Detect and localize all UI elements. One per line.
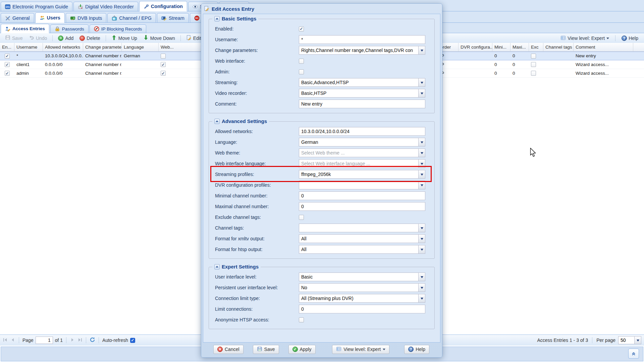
chevron-down-icon[interactable] (418, 245, 425, 254)
tab-general[interactable]: General (1, 13, 34, 22)
per-page-value[interactable] (618, 336, 634, 344)
add-button[interactable]: + Add (56, 35, 76, 42)
checkbox-checked[interactable] (161, 71, 166, 76)
dialog-titlebar[interactable]: Edit Access Entry (201, 4, 442, 14)
chevron-down-icon[interactable] (418, 273, 425, 281)
video-recorder-combo[interactable] (299, 89, 418, 98)
dialog-help-button[interactable]: ? Help (404, 345, 429, 354)
enabled-checkbox[interactable] (299, 26, 304, 32)
table-row[interactable]: SP 0 0 Wizard access... (436, 60, 633, 69)
column-header-channel-tags[interactable]: Channel tags (543, 43, 574, 51)
htsp-format-combo[interactable] (299, 245, 418, 254)
tab-dvb-inputs[interactable]: DVB Inputs (66, 13, 106, 22)
tab-configuration[interactable]: Configuration (139, 1, 187, 11)
exclude-channel-tags-checkbox[interactable] (299, 215, 304, 220)
chevron-down-icon[interactable] (418, 159, 425, 168)
web-interface-checkbox[interactable] (299, 59, 304, 64)
column-header-username[interactable]: Username (14, 43, 43, 51)
tab-stream[interactable]: Stream (157, 13, 189, 22)
xmltv-format-combo[interactable] (299, 234, 418, 243)
collapse-section-icon[interactable] (214, 16, 220, 21)
checkbox-checked[interactable] (161, 62, 166, 67)
web-interface-language-combo[interactable] (299, 159, 418, 168)
checkbox-unchecked[interactable] (531, 62, 536, 67)
table-row[interactable]: SP 0 0 New entry (436, 52, 633, 60)
chevron-down-icon[interactable] (418, 234, 425, 243)
persistent-ui-level-combo[interactable] (299, 283, 418, 292)
auto-refresh-checkbox[interactable] (130, 338, 135, 343)
first-page-icon[interactable] (3, 337, 8, 344)
streaming-profiles-combo[interactable] (299, 170, 418, 179)
last-page-icon[interactable] (77, 337, 83, 344)
checkbox-checked[interactable] (5, 54, 10, 59)
column-header-max[interactable]: Maxi... (511, 43, 529, 51)
dialog-view-level-button[interactable]: View level: Expert (332, 345, 389, 354)
page-input[interactable] (36, 337, 53, 344)
username-field[interactable] (299, 35, 425, 44)
cancel-button[interactable]: ✕ Cancel (213, 345, 244, 354)
column-header-dvr-config[interactable]: DVR configura... (459, 43, 492, 51)
column-header-enabled[interactable]: En... (0, 43, 14, 51)
collapse-panel-button[interactable] (628, 349, 639, 359)
checkbox-checked[interactable] (5, 71, 10, 76)
undo-button[interactable]: Undo (26, 34, 49, 42)
max-channel-field[interactable] (299, 202, 425, 211)
move-down-button[interactable]: Move Down (141, 34, 177, 42)
move-up-button[interactable]: Move Up (109, 34, 140, 42)
chevron-down-icon[interactable] (418, 283, 425, 292)
conn-limit-type-combo[interactable] (299, 294, 418, 303)
checkbox-unchecked[interactable] (161, 54, 166, 59)
checkbox-checked[interactable] (5, 62, 10, 67)
refresh-icon[interactable] (90, 337, 95, 344)
collapse-section-icon[interactable] (214, 119, 220, 124)
streaming-combo[interactable] (299, 78, 418, 87)
save-button[interactable]: Save (3, 34, 25, 42)
chevron-down-icon[interactable] (418, 138, 425, 146)
chevron-down-icon[interactable] (418, 148, 425, 157)
tab-ip-blocking-records[interactable]: IP IP Blocking Records (90, 24, 146, 33)
anonymize-htsp-checkbox[interactable] (299, 317, 304, 322)
chevron-down-icon[interactable] (634, 336, 641, 344)
comment-field[interactable] (299, 100, 425, 108)
chevron-down-icon[interactable] (418, 89, 425, 98)
column-header-allowed-networks[interactable]: Allowed networks (43, 43, 83, 51)
chevron-down-icon[interactable] (418, 294, 425, 303)
tab-access-entries[interactable]: Access Entries (1, 24, 49, 33)
edit-button[interactable]: Edit (184, 34, 204, 42)
delete-button[interactable]: − Delete (77, 35, 102, 42)
allowed-networks-field[interactable] (299, 127, 425, 136)
column-header-comment[interactable]: Comment (574, 43, 633, 51)
admin-checkbox[interactable] (299, 69, 304, 74)
apply-button[interactable]: ✓ Apply (288, 345, 316, 354)
dvr-config-profiles-combo[interactable] (299, 181, 418, 189)
help-button[interactable]: ? Help (619, 35, 641, 42)
column-header-min[interactable]: Mini... (492, 43, 511, 51)
checkbox-unchecked[interactable] (531, 71, 536, 76)
limit-connections-field[interactable] (299, 305, 425, 313)
min-channel-field[interactable] (299, 191, 425, 200)
web-theme-combo[interactable] (299, 148, 418, 157)
ui-level-combo[interactable] (299, 273, 418, 281)
tab-users[interactable]: Users (35, 12, 65, 23)
column-header-exclude[interactable]: Exc (529, 43, 543, 51)
language-combo[interactable] (299, 138, 418, 146)
tab-electronic-program-guide[interactable]: EPG Electronic Program Guide (1, 2, 72, 11)
channel-tags-combo[interactable] (299, 224, 418, 232)
column-header-language[interactable]: Language (122, 43, 159, 51)
collapse-section-icon[interactable] (214, 264, 220, 269)
column-header-change-parameters[interactable]: Change parameters (83, 43, 122, 51)
checkbox-unchecked[interactable] (531, 54, 536, 59)
chevron-down-icon[interactable] (418, 170, 425, 179)
table-row[interactable]: SP 0 0 Wizard access... (436, 69, 633, 78)
next-page-icon[interactable] (70, 337, 75, 344)
per-page-select[interactable] (618, 336, 641, 344)
change-parameters-combo[interactable] (299, 46, 418, 55)
dialog-save-button[interactable]: Save (253, 345, 279, 354)
view-level-button[interactable]: View level: Expert (558, 34, 611, 43)
chevron-down-icon[interactable] (418, 46, 425, 55)
chevron-down-icon[interactable] (418, 181, 425, 189)
tab-passwords[interactable]: Passwords (50, 24, 89, 33)
chevron-down-icon[interactable] (418, 78, 425, 87)
tab-channel-epg[interactable]: Channel / EPG (107, 13, 156, 22)
prev-page-icon[interactable] (10, 337, 15, 344)
